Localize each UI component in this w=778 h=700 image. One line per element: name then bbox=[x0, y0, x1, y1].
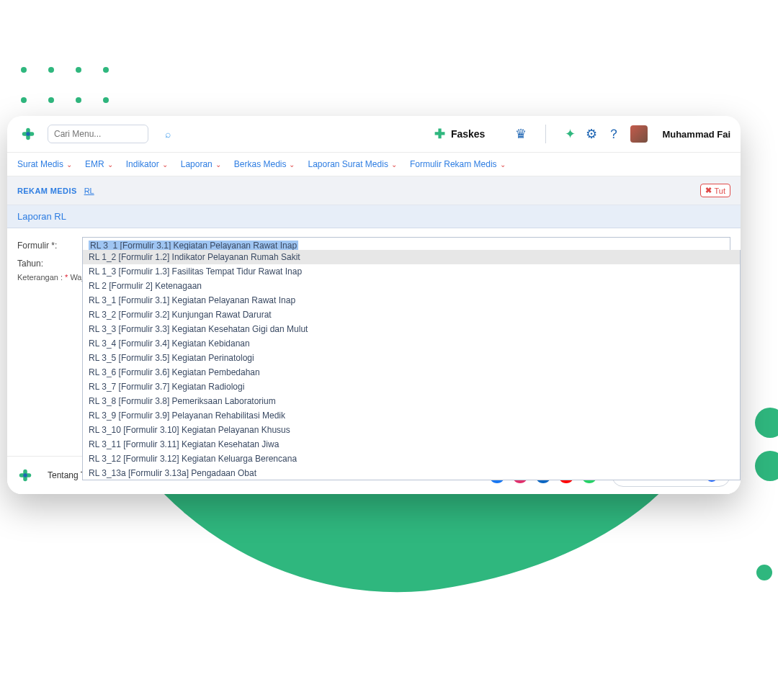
dropdown-option[interactable]: RL 3_12 [Formulir 3.12] Kegiatan Keluarg… bbox=[83, 452, 740, 466]
header-icons: ♛ ✦ ⚙ ？ Muhammad Fai bbox=[515, 125, 730, 143]
dropdown-option[interactable]: RL 3_9 [Formulir 3.9] Pelayanan Rehabili… bbox=[83, 408, 740, 423]
header-bar: ⌕ ✚ Faskes ♛ ✦ ⚙ ？ Muhammad Fai bbox=[7, 116, 741, 153]
puzzle-icon[interactable]: ✦ bbox=[565, 126, 576, 142]
dropdown-option[interactable]: RL 3_5 [Formulir 3.5] Kegiatan Perinatol… bbox=[83, 351, 740, 365]
chevron-down-icon: ⌄ bbox=[215, 161, 221, 169]
app-logo bbox=[17, 123, 39, 145]
chevron-down-icon: ⌄ bbox=[162, 161, 168, 169]
close-icon: ✖ bbox=[705, 186, 712, 195]
tab-laporan[interactable]: Laporan ⌄ bbox=[181, 159, 221, 169]
dropdown-option[interactable]: RL 3_10 [Formulir 3.10] Kegiatan Pelayan… bbox=[83, 423, 740, 437]
breadcrumb-sub[interactable]: RL bbox=[84, 187, 94, 195]
tab-laporan-surat-medis[interactable]: Laporan Surat Medis ⌄ bbox=[308, 159, 396, 169]
dropdown-option[interactable]: RL 2 [Formulir 2] Ketenagaan bbox=[83, 279, 740, 293]
tab-formulir-rekam-medis[interactable]: Formulir Rekam Medis ⌄ bbox=[410, 159, 506, 169]
decor-circle-1 bbox=[755, 408, 778, 438]
close-panel-button[interactable]: ✖ Tut bbox=[700, 184, 731, 197]
chevron-down-icon: ⌄ bbox=[107, 161, 113, 169]
formulir-dropdown[interactable]: RL 1_2 [Formulir 1.2] Indikator Pelayana… bbox=[82, 250, 741, 480]
gear-icon[interactable]: ⚙ bbox=[586, 126, 597, 142]
breadcrumb-main[interactable]: REKAM MEDIS bbox=[17, 187, 77, 195]
app-window: ⌕ ✚ Faskes ♛ ✦ ⚙ ？ Muhammad Fai Surat Me… bbox=[7, 116, 741, 494]
dropdown-option[interactable]: RL 3_7 [Formulir 3.7] Kegiatan Radiologi bbox=[83, 380, 740, 394]
tab-berkas-medis[interactable]: Berkas Medis ⌄ bbox=[234, 159, 295, 169]
decor-circle-3 bbox=[756, 565, 772, 580]
dropdown-option[interactable]: RL 3_6 [Formulir 3.6] Kegiatan Pembedaha… bbox=[83, 365, 740, 380]
tab-surat-medis[interactable]: Surat Medis ⌄ bbox=[17, 159, 72, 169]
dropdown-option[interactable]: RL 3_3 [Formulir 3.3] Kegiatan Kesehatan… bbox=[83, 322, 740, 336]
svg-point-5 bbox=[23, 473, 27, 477]
close-label: Tut bbox=[715, 187, 726, 195]
help-icon[interactable]: ？ bbox=[607, 125, 620, 143]
tab-emr[interactable]: EMR ⌄ bbox=[85, 159, 113, 169]
tab-indikator[interactable]: Indikator ⌄ bbox=[126, 159, 168, 169]
formulir-label: Formulir *: bbox=[17, 241, 82, 251]
faskes-text: Faskes bbox=[451, 128, 485, 140]
header-divider bbox=[545, 125, 546, 143]
breadcrumb-row: REKAM MEDIS RL ✖ Tut bbox=[7, 176, 741, 205]
dropdown-option[interactable]: RL 1_2 [Formulir 1.2] Indikator Pelayana… bbox=[83, 250, 740, 264]
tahun-label: Tahun: bbox=[17, 259, 82, 269]
dropdown-option[interactable]: RL 3_1 [Formulir 3.1] Kegiatan Pelayanan… bbox=[83, 293, 740, 308]
faskes-cross-icon: ✚ bbox=[434, 126, 445, 142]
logo-mark-icon bbox=[20, 126, 36, 142]
search-input[interactable] bbox=[54, 129, 162, 139]
nav-tabs: Surat Medis ⌄EMR ⌄Indikator ⌄Laporan ⌄Be… bbox=[7, 153, 741, 176]
formulir-selected-value: RL 3_1 [Formulir 3.1] Kegiatan Pelayanan… bbox=[89, 241, 298, 251]
chevron-down-icon: ⌄ bbox=[391, 161, 397, 169]
dropdown-option[interactable]: RL 3_13a [Formulir 3.13a] Pengadaan Obat bbox=[83, 466, 740, 480]
decor-circle-2 bbox=[755, 451, 778, 481]
dropdown-option[interactable]: RL 3_2 [Formulir 3.2] Kunjungan Rawat Da… bbox=[83, 308, 740, 322]
faskes-label[interactable]: ✚ Faskes bbox=[434, 126, 485, 142]
search-icon: ⌕ bbox=[165, 128, 171, 140]
panel-title: Laporan RL bbox=[7, 205, 741, 228]
search-input-wrap[interactable]: ⌕ bbox=[48, 125, 148, 143]
svg-point-2 bbox=[26, 132, 30, 136]
dropdown-option[interactable]: RL 3_4 [Formulir 3.4] Kegiatan Kebidanan bbox=[83, 336, 740, 351]
chevron-down-icon: ⌄ bbox=[66, 161, 72, 169]
footer-logo-icon bbox=[17, 467, 33, 483]
footer-logo bbox=[17, 467, 33, 483]
chevron-down-icon: ⌄ bbox=[289, 161, 295, 169]
username-label: Muhammad Fai bbox=[662, 129, 730, 140]
dropdown-option[interactable]: RL 3_11 [Formulir 3.11] Kegiatan Kesehat… bbox=[83, 437, 740, 452]
dropdown-option[interactable]: RL 1_3 [Formulir 1.3] Fasilitas Tempat T… bbox=[83, 264, 740, 279]
crown-icon[interactable]: ♛ bbox=[515, 126, 527, 142]
avatar[interactable] bbox=[630, 125, 648, 143]
keterangan-prefix: Keterangan : bbox=[17, 273, 65, 282]
chevron-down-icon: ⌄ bbox=[500, 161, 506, 169]
dropdown-option[interactable]: RL 3_8 [Formulir 3.8] Pemeriksaan Labora… bbox=[83, 394, 740, 408]
form-body: Formulir *: RL 3_1 [Formulir 3.1] Kegiat… bbox=[7, 228, 741, 286]
